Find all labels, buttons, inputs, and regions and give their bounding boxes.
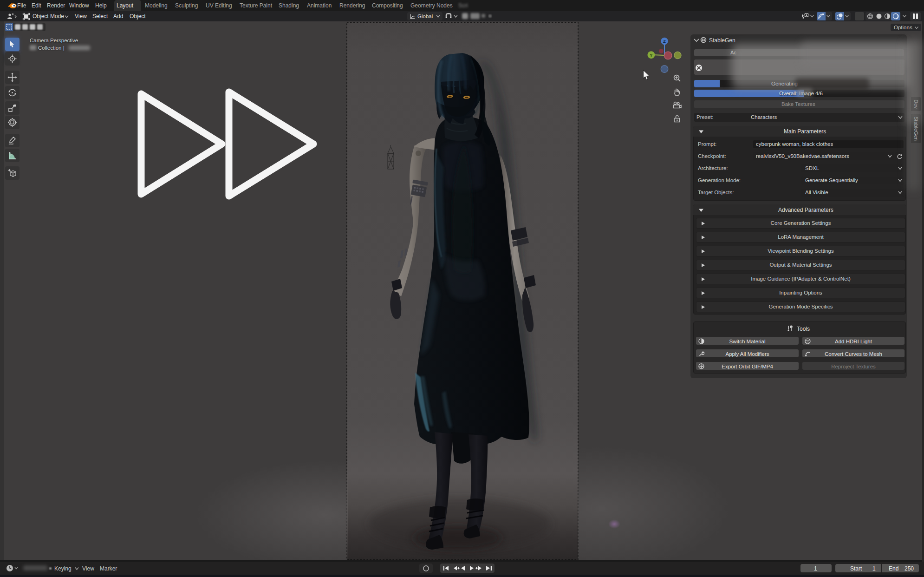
svg-text:Y: Y <box>650 52 653 58</box>
svg-text:Z: Z <box>663 39 666 44</box>
